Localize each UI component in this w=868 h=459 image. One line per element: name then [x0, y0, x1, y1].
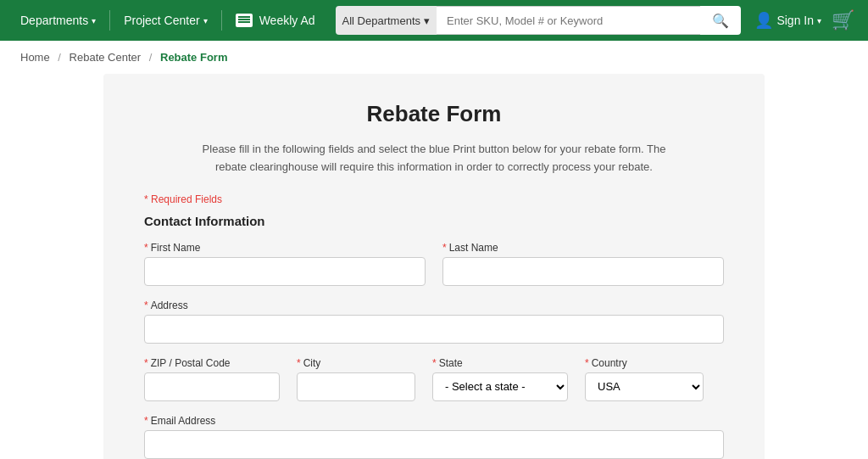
email-required: *	[144, 415, 148, 427]
zip-required: *	[144, 357, 148, 369]
state-label: *State	[432, 357, 568, 369]
project-center-chevron: ▾	[203, 16, 208, 25]
email-label: *Email Address	[144, 415, 724, 427]
email-group: *Email Address	[144, 415, 724, 459]
required-note: * Required Fields	[144, 193, 724, 205]
nav-departments[interactable]: Departments ▾	[14, 14, 103, 27]
first-name-input[interactable]	[144, 257, 426, 286]
first-name-label: *First Name	[144, 242, 426, 254]
header-actions: 👤 Sign In ▾ 🛒	[754, 9, 854, 31]
cart-icon: 🛒	[832, 9, 854, 31]
weekly-ad-icon	[236, 14, 253, 27]
last-name-group: *Last Name	[442, 242, 724, 286]
weekly-ad-label: Weekly Ad	[259, 14, 315, 27]
city-input[interactable]	[297, 372, 415, 401]
sign-in-chevron: ▾	[817, 16, 821, 25]
cart-button[interactable]: 🛒	[832, 9, 854, 31]
zip-label: *ZIP / Postal Code	[144, 357, 280, 369]
city-required: *	[297, 357, 301, 369]
sign-in-button[interactable]: 👤 Sign In ▾	[754, 11, 821, 30]
first-name-group: *First Name	[144, 242, 426, 286]
search-input[interactable]	[437, 6, 700, 35]
country-group: *Country USA Canada Mexico	[585, 357, 704, 401]
breadcrumb-sep-2: /	[149, 51, 153, 64]
project-center-label: Project Center	[124, 14, 199, 27]
country-label: *Country	[585, 357, 704, 369]
form-container: Rebate Form Please fill in the following…	[103, 74, 765, 459]
breadcrumb-home[interactable]: Home	[20, 51, 50, 64]
nav-weekly-ad[interactable]: Weekly Ad	[229, 14, 322, 27]
last-name-required: *	[442, 242, 447, 254]
email-row: *Email Address	[144, 415, 724, 459]
location-row: *ZIP / Postal Code *City *State - Select…	[144, 357, 724, 401]
state-group: *State - Select a state - Alabama Alaska…	[432, 357, 568, 401]
state-select[interactable]: - Select a state - Alabama Alaska Arizon…	[432, 372, 568, 401]
city-label: *City	[297, 357, 415, 369]
search-dept-chevron: ▾	[424, 14, 430, 27]
first-name-required: *	[144, 242, 148, 254]
zip-input[interactable]	[144, 372, 280, 401]
search-bar: All Departments ▾ 🔍	[336, 6, 742, 35]
last-name-input[interactable]	[442, 257, 724, 286]
country-select[interactable]: USA Canada Mexico	[585, 372, 704, 401]
departments-label: Departments	[20, 14, 88, 27]
departments-chevron: ▾	[92, 16, 96, 25]
search-dept-label: All Departments	[342, 14, 420, 27]
name-row: *First Name *Last Name	[144, 242, 724, 286]
breadcrumb: Home / Rebate Center / Rebate Form	[0, 41, 868, 74]
last-name-label: *Last Name	[442, 242, 724, 254]
state-required: *	[432, 357, 437, 369]
address-label: *Address	[144, 299, 724, 311]
nav-project-center[interactable]: Project Center ▾	[117, 14, 214, 27]
address-input[interactable]	[144, 315, 724, 344]
address-group: *Address	[144, 299, 724, 344]
breadcrumb-sep-1: /	[58, 51, 61, 64]
search-department-select[interactable]: All Departments ▾	[336, 6, 437, 35]
city-group: *City	[297, 357, 415, 401]
search-button[interactable]: 🔍	[700, 6, 741, 35]
contact-section-title: Contact Information	[144, 214, 724, 228]
form-title: Rebate Form	[144, 101, 724, 127]
breadcrumb-rebate-center[interactable]: Rebate Center	[70, 51, 142, 64]
nav-divider-2	[221, 10, 222, 31]
user-icon: 👤	[754, 11, 773, 30]
country-required: *	[585, 357, 589, 369]
email-input[interactable]	[144, 430, 724, 459]
nav-divider-1	[109, 10, 110, 31]
address-required: *	[144, 299, 148, 311]
form-description: Please fill in the following fields and …	[197, 141, 671, 176]
zip-group: *ZIP / Postal Code	[144, 357, 280, 401]
header: Departments ▾ Project Center ▾ Weekly Ad…	[0, 0, 868, 41]
address-row: *Address	[144, 299, 724, 344]
sign-in-label: Sign In	[776, 14, 814, 27]
search-icon: 🔍	[712, 13, 729, 29]
breadcrumb-current: Rebate Form	[160, 51, 227, 64]
main-content: Rebate Form Please fill in the following…	[0, 74, 868, 459]
